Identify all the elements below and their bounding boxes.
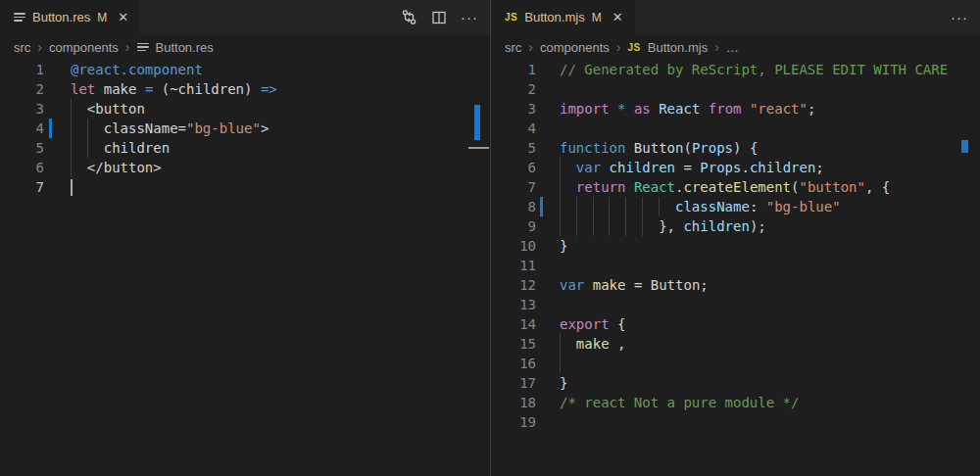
code-line[interactable]: 18/* react Not a pure module */ <box>491 393 980 412</box>
code-line[interactable]: 7 return React.createElement("button", { <box>491 177 980 197</box>
code-line[interactable]: 2let make = (~children) => <box>0 79 490 99</box>
code-line[interactable]: 6 </button> <box>0 158 490 177</box>
line-number[interactable]: 7 <box>491 177 536 197</box>
code-line[interactable]: 10} <box>491 236 980 256</box>
line-number[interactable]: 18 <box>491 393 536 412</box>
line-number[interactable]: 2 <box>0 79 44 99</box>
code-line[interactable]: 16 <box>491 354 980 373</box>
code-line[interactable]: 3 <button <box>0 99 490 119</box>
code-line[interactable]: 4 <box>491 119 980 138</box>
code-editor-javascript[interactable]: 1// Generated by ReScript, PLEASE EDIT W… <box>491 60 980 432</box>
indent-guide <box>609 216 610 236</box>
breadcrumb-item-overflow[interactable]: … <box>726 40 739 55</box>
line-number[interactable]: 4 <box>0 119 44 138</box>
code-text: let make = (~children) => <box>44 79 277 99</box>
breadcrumb-item-file[interactable]: Button.mjs <box>648 40 708 55</box>
line-number[interactable]: 1 <box>0 60 44 79</box>
line-number[interactable]: 8 <box>491 197 536 216</box>
indent-guide <box>560 216 561 236</box>
code-line[interactable]: 5function Button(Props) { <box>491 138 980 158</box>
breadcrumb-item-src[interactable]: src <box>14 40 30 55</box>
code-text: } <box>536 236 567 256</box>
more-actions-icon[interactable]: ··· <box>951 9 968 25</box>
code-line[interactable]: 2 <box>491 79 980 99</box>
line-number[interactable]: 5 <box>0 138 44 158</box>
file-lines-icon <box>14 13 25 22</box>
line-number[interactable]: 19 <box>491 412 536 432</box>
code-line[interactable]: 13 <box>491 295 980 314</box>
code-text: className="bg-blue"> <box>44 119 269 138</box>
line-number[interactable]: 15 <box>491 334 536 354</box>
code-text: return React.createElement("button", { <box>536 177 890 197</box>
line-number[interactable]: 17 <box>491 373 536 393</box>
line-number[interactable]: 5 <box>491 138 536 158</box>
code-line[interactable]: 11 <box>491 256 980 275</box>
tab-bar-left: Button.res M ✕ ··· <box>0 0 490 34</box>
vscode-editor-area: Button.res M ✕ ··· <box>0 0 980 476</box>
indent-guide <box>71 158 72 177</box>
code-text: import * as React from "react"; <box>536 99 815 119</box>
code-text: }, children); <box>536 216 766 236</box>
split-editor-icon[interactable] <box>431 10 447 25</box>
overview-ruler-modified-marker <box>961 140 968 153</box>
code-line[interactable]: 9 }, children); <box>491 216 980 236</box>
line-number[interactable]: 16 <box>491 354 536 373</box>
tab-title: Button.mjs <box>524 10 584 24</box>
overview-ruler-modified-marker <box>474 105 480 140</box>
code-line[interactable]: 3import * as React from "react"; <box>491 99 980 119</box>
tab-title: Button.res <box>32 10 90 24</box>
code-text: make , <box>536 334 625 354</box>
line-number[interactable]: 6 <box>491 158 536 177</box>
breadcrumb-item-components[interactable]: components <box>540 40 610 55</box>
line-number[interactable]: 4 <box>491 119 536 138</box>
git-modified-badge: M <box>97 11 107 24</box>
code-line[interactable]: 5 children <box>0 138 490 158</box>
line-number[interactable]: 3 <box>491 99 536 119</box>
line-number[interactable]: 10 <box>491 236 536 256</box>
tab-button-mjs[interactable]: JS Button.mjs M ✕ <box>491 0 635 34</box>
code-line[interactable]: 17} <box>491 373 980 393</box>
code-line[interactable]: 12var make = Button; <box>491 275 980 295</box>
line-number[interactable]: 7 <box>0 177 44 197</box>
text-cursor <box>71 179 73 196</box>
code-line[interactable]: 15 make , <box>491 334 980 354</box>
line-number[interactable]: 9 <box>491 216 536 236</box>
code-line[interactable]: 6 var children = Props.children; <box>491 158 980 177</box>
gutter-modified-indicator <box>540 197 543 216</box>
gutter-modified-indicator <box>49 119 52 138</box>
line-number[interactable]: 13 <box>491 295 536 314</box>
line-number[interactable]: 2 <box>491 79 536 99</box>
code-text: function Button(Props) { <box>536 138 758 158</box>
line-number[interactable]: 11 <box>491 256 536 275</box>
editor-group-right: JS Button.mjs M ✕ ··· src › components ›… <box>490 0 980 476</box>
code-line[interactable]: 14export { <box>491 314 980 334</box>
more-actions-icon[interactable]: ··· <box>461 9 478 25</box>
breadcrumb-item-components[interactable]: components <box>49 40 119 55</box>
editor-actions-left: ··· <box>401 0 478 34</box>
line-number[interactable]: 12 <box>491 275 536 295</box>
code-line[interactable]: 7 <box>0 177 490 197</box>
close-icon[interactable]: ✕ <box>118 10 128 24</box>
chevron-right-icon: › <box>616 40 621 54</box>
code-editor-rescript[interactable]: 1@react.component2let make = (~children)… <box>0 60 490 197</box>
indent-guide <box>642 197 643 216</box>
code-line[interactable]: 8 className: "bg-blue" <box>491 197 980 216</box>
breadcrumb-item-file[interactable]: Button.res <box>156 40 214 55</box>
breadcrumb-item-src[interactable]: src <box>505 40 521 55</box>
editor-actions-right: ··· <box>951 0 968 34</box>
code-line[interactable]: 1@react.component <box>0 60 490 79</box>
close-icon[interactable]: ✕ <box>612 10 623 24</box>
js-icon: JS <box>628 42 641 53</box>
line-number[interactable]: 14 <box>491 314 536 334</box>
code-text: /* react Not a pure module */ <box>536 393 799 412</box>
indent-guide <box>71 138 72 158</box>
code-line[interactable]: 4 className="bg-blue"> <box>0 119 490 138</box>
code-line[interactable]: 19 <box>491 412 980 432</box>
tab-button-res[interactable]: Button.res M ✕ <box>0 0 140 34</box>
line-number[interactable]: 1 <box>491 60 536 79</box>
line-number[interactable]: 6 <box>0 158 44 177</box>
code-line[interactable]: 1// Generated by ReScript, PLEASE EDIT W… <box>491 60 980 79</box>
open-changes-icon[interactable] <box>401 9 417 25</box>
editor-group-left: Button.res M ✕ ··· <box>0 0 490 476</box>
line-number[interactable]: 3 <box>0 99 44 119</box>
